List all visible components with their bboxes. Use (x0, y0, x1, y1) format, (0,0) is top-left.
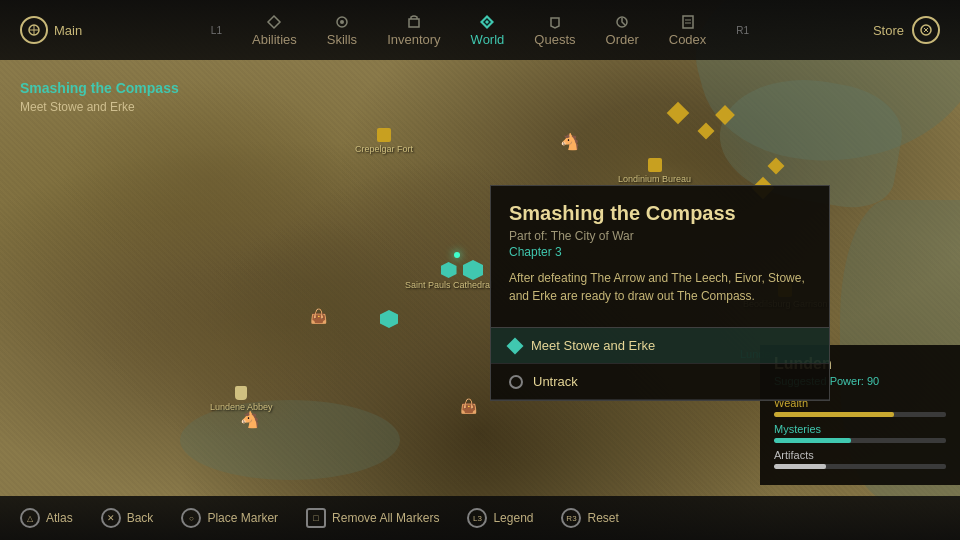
nav-inventory[interactable]: Inventory (387, 14, 440, 47)
mysteries-stat: Mysteries (774, 423, 946, 443)
artifacts-bar-fill (774, 464, 826, 469)
main-menu-button[interactable]: Main (0, 16, 90, 44)
nav-items: L1 Abilities Skills Inventory World Ques… (90, 14, 870, 47)
horse-marker-2: 🐴 (560, 132, 580, 151)
artifacts-bar-bg (774, 464, 946, 469)
world-icon (479, 14, 495, 30)
action-diamond-icon (507, 337, 524, 354)
map-location-lundene-abbey: Lundene Abbey (210, 386, 273, 412)
cross-button: ✕ (101, 508, 121, 528)
skills-icon (334, 14, 350, 30)
quest-popup-header: Smashing the Compass Part of: The City o… (491, 186, 829, 315)
artifacts-label: Artifacts (774, 449, 946, 461)
svg-rect-11 (683, 16, 693, 28)
reset-action[interactable]: R3 Reset (561, 508, 618, 528)
place-marker-label: Place Marker (207, 511, 278, 525)
popup-action-untrack-label: Untrack (533, 374, 578, 389)
quest-subtitle: Meet Stowe and Erke (20, 100, 179, 114)
remove-markers-label: Remove All Markers (332, 511, 439, 525)
popup-description: After defeating The Arrow and The Leech,… (509, 269, 811, 305)
mysteries-bar-bg (774, 438, 946, 443)
wealth-bar-fill (774, 412, 894, 417)
wealth-bar-bg (774, 412, 946, 417)
active-quest-marker (454, 252, 460, 258)
popup-action-meet[interactable]: Meet Stowe and Erke (491, 328, 829, 364)
svg-point-5 (340, 20, 344, 24)
quest-popup: Smashing the Compass Part of: The City o… (490, 185, 830, 401)
reset-label: Reset (587, 511, 618, 525)
inventory-icon (406, 14, 422, 30)
abilities-icon (266, 14, 282, 30)
popup-title: Smashing the Compass (509, 202, 811, 225)
nav-codex[interactable]: Codex (669, 14, 707, 47)
r3-button: R3 (561, 508, 581, 528)
mysteries-bar-fill (774, 438, 851, 443)
nav-quests[interactable]: Quests (534, 14, 575, 47)
r1-trigger: R1 (736, 25, 749, 36)
svg-marker-3 (268, 16, 280, 28)
popup-part: Part of: The City of War (509, 229, 811, 243)
codex-icon (680, 14, 696, 30)
triangle-button: △ (20, 508, 40, 528)
svg-rect-6 (409, 19, 419, 27)
artifacts-stat: Artifacts (774, 449, 946, 469)
square-button: □ (306, 508, 326, 528)
store-icon (912, 16, 940, 44)
popup-action-untrack[interactable]: Untrack (491, 364, 829, 400)
main-label: Main (54, 23, 82, 38)
action-circle-icon (509, 375, 523, 389)
place-marker-action[interactable]: ○ Place Marker (181, 508, 278, 528)
map-location-crepelgar: Crepelgar Fort (355, 128, 413, 154)
quest-info: Smashing the Compass Meet Stowe and Erke (20, 80, 179, 114)
back-label: Back (127, 511, 154, 525)
remove-markers-action[interactable]: □ Remove All Markers (306, 508, 439, 528)
quests-icon (547, 14, 563, 30)
nav-world[interactable]: World (471, 14, 505, 47)
top-nav: Main L1 Abilities Skills Inventory World (0, 0, 960, 60)
legend-label: Legend (493, 511, 533, 525)
bottom-nav: △ Atlas ✕ Back ○ Place Marker □ Remove A… (0, 496, 960, 540)
horse-marker-1: 🐴 (240, 410, 260, 429)
quest-title: Smashing the Compass (20, 80, 179, 96)
store-button[interactable]: Store (870, 16, 960, 44)
circle-button: ○ (181, 508, 201, 528)
bag-marker-2: 👜 (460, 398, 477, 414)
main-icon (20, 16, 48, 44)
atlas-label: Atlas (46, 511, 73, 525)
l1-trigger: L1 (211, 25, 222, 36)
map-location-saint-pauls: Saint Pauls Cathedral (405, 262, 492, 290)
nav-abilities[interactable]: Abilities (252, 14, 297, 47)
popup-action-meet-label: Meet Stowe and Erke (531, 338, 655, 353)
atlas-action[interactable]: △ Atlas (20, 508, 73, 528)
nav-order[interactable]: Order (606, 14, 639, 47)
l3-button: L3 (467, 508, 487, 528)
store-label: Store (873, 23, 904, 38)
mysteries-label: Mysteries (774, 423, 946, 435)
back-action[interactable]: ✕ Back (101, 508, 154, 528)
bag-marker-1: 👜 (310, 308, 327, 324)
order-icon (614, 14, 630, 30)
map-location-londinium: Londinium Bureau (618, 158, 691, 184)
popup-chapter: Chapter 3 (509, 245, 811, 259)
nav-skills[interactable]: Skills (327, 14, 357, 47)
legend-action[interactable]: L3 Legend (467, 508, 533, 528)
